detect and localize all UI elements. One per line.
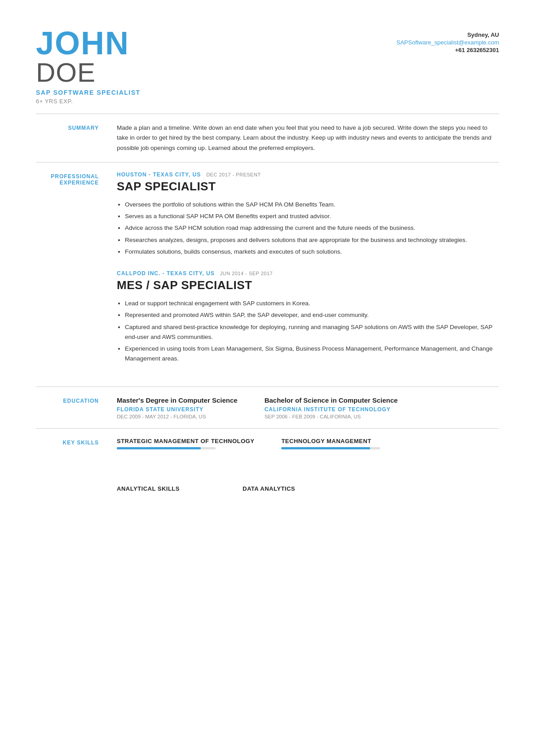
experience-label: PROFESSIONAL EXPERIENCE — [36, 171, 99, 378]
exp-company-1: HOUSTON - TEXAS CITY, US — [117, 171, 201, 178]
phone: +61 2632652301 — [396, 47, 499, 53]
skill-name-4: DATA ANALYTICS — [243, 485, 341, 492]
exp-date-2: JUN 2014 - SEP 2017 — [220, 271, 273, 276]
skill-bar-fill-2 — [281, 447, 370, 449]
experience-content: HOUSTON - TEXAS CITY, US DEC 2017 - PRES… — [117, 171, 499, 378]
exp-bullet: Formulates solutions, builds consensus, … — [125, 247, 499, 257]
edu-date-2: SEP 2006 - FEB 2009 - CALIFORNIA, US — [265, 414, 398, 419]
exp-bullet: Represented and promoted AWS within SAP,… — [125, 310, 499, 320]
skill-name-1: STRATEGIC MANAGEMENT OF TECHNOLOGY — [117, 438, 254, 444]
exp-bullets-2: Lead or support technical engagement wit… — [117, 299, 499, 364]
edu-institution-2: CALIFORNIA INSTITUTE OF TECHNOLOGY — [265, 406, 398, 413]
header-left: JOHN DOE SAP SOFTWARE SPECIALIST 6+ YRS … — [36, 27, 141, 105]
first-name: JOHN — [36, 27, 141, 59]
skill-entry-1: STRATEGIC MANAGEMENT OF TECHNOLOGY — [117, 438, 254, 449]
exp-company-2: CALLPOD INC. - TEXAS CITY, US — [117, 270, 215, 277]
last-name: DOE — [36, 59, 141, 86]
exp-bullet: Captured and shared best-practice knowle… — [125, 322, 499, 343]
skill-bar-bg-1 — [117, 447, 216, 449]
edu-degree-2: Bachelor of Science in Computer Science — [265, 396, 398, 405]
exp-meta-2: CALLPOD INC. - TEXAS CITY, US JUN 2014 -… — [117, 270, 499, 277]
exp-bullet: Researches analyzes, designs, proposes a… — [125, 235, 499, 245]
email: SAPSoftware_specialist@example.com — [396, 39, 499, 46]
education-section: EDUCATION Master's Degree in Computer Sc… — [36, 387, 499, 429]
skill-entry-3: ANALYTICAL SKILLS — [117, 485, 216, 495]
edu-entry-2: Bachelor of Science in Computer Science … — [265, 396, 398, 420]
skill-bar-bg-2 — [281, 447, 380, 449]
summary-label: SUMMARY — [36, 123, 99, 153]
exp-bullet: Oversees the portfolio of solutions with… — [125, 200, 499, 210]
exp-title-2: MES / SAP SPECIALIST — [117, 278, 499, 292]
summary-content: Made a plan and a timeline. Write down a… — [117, 123, 499, 153]
edu-date-1: DEC 2009 - MAY 2012 - FLORIDA, US — [117, 414, 238, 419]
skill-bar-fill-1 — [117, 447, 201, 449]
experience-years: 6+ YRS EXP. — [36, 98, 141, 105]
skill-entry-4: DATA ANALYTICS — [243, 485, 341, 495]
skill-entry-2: TECHNOLOGY MANAGEMENT — [281, 438, 380, 449]
header: JOHN DOE SAP SOFTWARE SPECIALIST 6+ YRS … — [36, 27, 499, 105]
location: Sydney, AU — [396, 31, 499, 38]
summary-section: SUMMARY Made a plan and a timeline. Writ… — [36, 114, 499, 162]
exp-bullet: Lead or support technical engagement wit… — [125, 299, 499, 308]
summary-text: Made a plan and a timeline. Write down a… — [117, 123, 499, 153]
edu-entry-1: Master's Degree in Computer Science FLOR… — [117, 396, 238, 420]
exp-entry-1: HOUSTON - TEXAS CITY, US DEC 2017 - PRES… — [117, 171, 499, 257]
skill-name-2: TECHNOLOGY MANAGEMENT — [281, 438, 380, 444]
exp-meta-1: HOUSTON - TEXAS CITY, US DEC 2017 - PRES… — [117, 171, 499, 178]
skills-grid: STRATEGIC MANAGEMENT OF TECHNOLOGY TECHN… — [117, 438, 499, 504]
skill-name-3: ANALYTICAL SKILLS — [117, 485, 216, 492]
exp-date-1: DEC 2017 - PRESENT — [206, 172, 261, 177]
exp-entry-2: CALLPOD INC. - TEXAS CITY, US JUN 2014 -… — [117, 270, 499, 364]
skills-label: KEY SKILLS — [36, 438, 99, 504]
exp-bullet: Advice across the SAP HCM solution road … — [125, 223, 499, 233]
education-grid: Master's Degree in Computer Science FLOR… — [117, 396, 499, 420]
exp-bullet: Serves as a functional SAP HCM PA OM Ben… — [125, 211, 499, 221]
header-right: Sydney, AU SAPSoftware_specialist@exampl… — [396, 27, 499, 53]
education-content: Master's Degree in Computer Science FLOR… — [117, 396, 499, 420]
education-label: EDUCATION — [36, 396, 99, 420]
exp-bullets-1: Oversees the portfolio of solutions with… — [117, 200, 499, 257]
skills-content: STRATEGIC MANAGEMENT OF TECHNOLOGY TECHN… — [117, 438, 499, 504]
edu-degree-1: Master's Degree in Computer Science — [117, 396, 238, 405]
job-title: SAP SOFTWARE SPECIALIST — [36, 89, 141, 96]
exp-bullet: Experienced in using tools from Lean Man… — [125, 344, 499, 364]
exp-title-1: SAP SPECIALIST — [117, 180, 499, 193]
skills-section: KEY SKILLS STRATEGIC MANAGEMENT OF TECHN… — [36, 428, 499, 513]
edu-institution-1: FLORIDA STATE UNIVERSITY — [117, 406, 238, 413]
experience-section: PROFESSIONAL EXPERIENCE HOUSTON - TEXAS … — [36, 162, 499, 387]
